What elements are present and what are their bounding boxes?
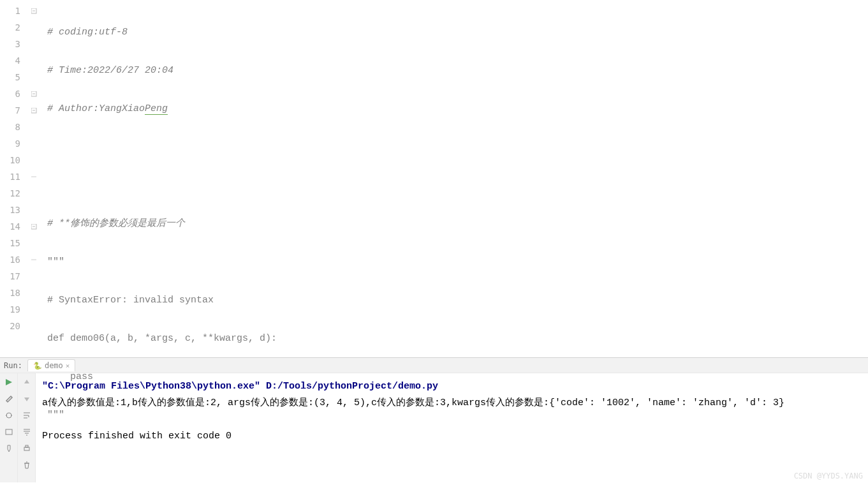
run-toolbar-left <box>0 373 18 482</box>
debug-icon[interactable] <box>3 409 15 422</box>
code-text: # SyntaxError: invalid syntax <box>47 295 214 306</box>
scroll-to-end-icon[interactable] <box>20 426 33 438</box>
line-number: 2 <box>0 19 28 36</box>
line-number: 15 <box>0 235 28 251</box>
trash-icon[interactable] <box>20 459 33 472</box>
line-number: 19 <box>0 301 28 318</box>
code-text: # **修饰的参数必须是最后一个 <box>47 218 185 229</box>
line-number: 20 <box>0 318 28 334</box>
pin-icon[interactable] <box>3 442 15 455</box>
fold-column <box>28 0 40 357</box>
soft-wrap-icon[interactable] <box>20 409 33 422</box>
code-editor[interactable]: 1 2 3 4 5 6 7 8 9 10 11 12 13 14 15 16 1… <box>0 0 868 357</box>
down-arrow-icon[interactable] <box>20 392 33 405</box>
wrench-icon[interactable] <box>3 392 15 405</box>
line-number: 3 <box>0 36 28 52</box>
code-content[interactable]: # coding:utf-8 # Time:2022/6/27 20:04 # … <box>40 0 868 357</box>
line-number: 8 <box>0 119 28 135</box>
code-text: # Time:2022/6/27 20:04 <box>47 65 173 76</box>
run-toolbar-inner <box>18 373 36 482</box>
line-number: 6 <box>0 85 28 102</box>
fold-icon[interactable] <box>28 85 40 102</box>
fold-icon[interactable] <box>28 3 40 19</box>
line-number: 7 <box>0 102 28 119</box>
line-number: 13 <box>0 202 28 218</box>
code-text: """ <box>47 256 64 267</box>
line-number: 9 <box>0 135 28 152</box>
svg-marker-10 <box>6 379 12 385</box>
fold-end-icon[interactable] <box>28 168 40 185</box>
fold-icon[interactable] <box>28 218 40 235</box>
line-number: 14 <box>0 218 28 235</box>
fold-end-icon[interactable] <box>28 251 40 268</box>
line-number: 1 <box>0 3 28 19</box>
run-label: Run: <box>4 361 22 370</box>
line-number: 11 <box>0 168 28 185</box>
code-text: # Author:YangXiaoPeng <box>47 103 168 115</box>
up-arrow-icon[interactable] <box>20 376 33 389</box>
line-number: 10 <box>0 152 28 168</box>
screenshot-icon[interactable] <box>3 426 15 438</box>
print-icon[interactable] <box>20 442 33 455</box>
svg-rect-16 <box>26 445 28 447</box>
code-text: """ <box>47 410 64 420</box>
svg-rect-14 <box>6 429 12 435</box>
rerun-button[interactable] <box>3 376 15 389</box>
line-number: 16 <box>0 251 28 268</box>
svg-point-11 <box>6 413 11 418</box>
code-text: pass <box>47 371 93 382</box>
line-number: 18 <box>0 285 28 301</box>
line-number: 17 <box>0 268 28 285</box>
line-number-gutter: 1 2 3 4 5 6 7 8 9 10 11 12 13 14 15 16 1… <box>0 0 28 357</box>
line-number: 12 <box>0 185 28 202</box>
svg-rect-15 <box>24 447 29 450</box>
fold-icon[interactable] <box>28 102 40 119</box>
line-number: 5 <box>0 69 28 85</box>
code-text: def demo06(a, b, *args, c, **kwargs, d): <box>47 333 277 344</box>
line-number: 4 <box>0 52 28 69</box>
code-text: # coding:utf-8 <box>47 27 128 38</box>
